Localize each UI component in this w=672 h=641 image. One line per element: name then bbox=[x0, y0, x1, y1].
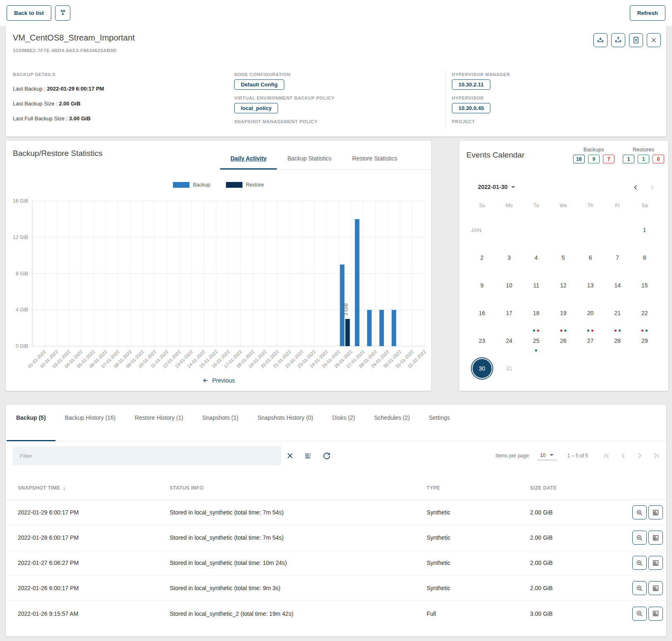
browse-snapshot-button[interactable] bbox=[632, 607, 647, 621]
table-row[interactable]: 2022-01-28 6:00:17 PM Stored in local_sy… bbox=[6, 525, 666, 550]
close-icon bbox=[650, 36, 658, 44]
calendar-day-11[interactable]: 11 bbox=[526, 275, 547, 296]
vm-title: VM_CentOS8_Stream_Important bbox=[13, 33, 135, 43]
calendar-day-23[interactable]: 23 bbox=[472, 330, 492, 351]
cell-actions bbox=[632, 556, 667, 570]
tab-daily-activity[interactable]: Daily Activity bbox=[220, 147, 277, 169]
file-recovery-button[interactable] bbox=[629, 33, 643, 47]
calendar-cell bbox=[604, 354, 631, 382]
calendar-next-button[interactable] bbox=[647, 182, 658, 193]
snapshot-report-button[interactable] bbox=[648, 556, 663, 570]
vm-action-buttons bbox=[593, 33, 661, 47]
calendar-day-26[interactable]: 26 bbox=[553, 330, 574, 351]
items-per-page-select[interactable]: 10 bbox=[538, 452, 557, 460]
tab-restore-history-1[interactable]: Restore History (1) bbox=[125, 405, 193, 441]
calendar-day-30[interactable]: 30 bbox=[472, 358, 492, 379]
table-row[interactable]: 2022-01-26 9:15:57 AM Stored in local_sy… bbox=[6, 601, 666, 626]
calendar-day-22[interactable]: 22 bbox=[634, 303, 655, 323]
cell-actions bbox=[632, 531, 667, 545]
first-page-button[interactable] bbox=[601, 451, 612, 461]
calendar-day-14[interactable]: 14 bbox=[607, 275, 628, 296]
column-header-status-info[interactable]: STATUS INFO bbox=[170, 485, 427, 491]
calendar-day-7[interactable]: 7 bbox=[607, 247, 628, 268]
calendar-day-15[interactable]: 15 bbox=[634, 275, 655, 296]
column-header-snapshot-time[interactable]: SNAPSHOT TIME↓ bbox=[18, 485, 170, 491]
next-page-button[interactable] bbox=[634, 451, 645, 461]
calendar-day-28[interactable]: 28 bbox=[607, 330, 628, 351]
calendar-day-5[interactable]: 5 bbox=[553, 247, 574, 268]
calendar-date-selector[interactable]: 2022-01-30 bbox=[478, 184, 515, 190]
browse-snapshot-button[interactable] bbox=[632, 556, 647, 570]
previous-period-button[interactable]: Previous bbox=[6, 377, 431, 384]
filter-input[interactable] bbox=[12, 453, 281, 459]
browse-snapshot-button[interactable] bbox=[632, 505, 647, 519]
cell-size: 2.00 GiB bbox=[530, 534, 632, 541]
remove-button[interactable] bbox=[647, 33, 661, 47]
backup-policy-chip[interactable]: local_policy bbox=[234, 103, 278, 113]
calendar-cell bbox=[577, 216, 604, 244]
calendar-day-29[interactable]: 29 bbox=[634, 330, 655, 351]
calendar-day-17[interactable]: 17 bbox=[499, 303, 519, 323]
calendar-day-19[interactable]: 19 bbox=[553, 303, 574, 323]
calendar-day-8[interactable]: 8 bbox=[634, 247, 655, 268]
calendar-day-6[interactable]: 6 bbox=[580, 247, 601, 268]
tab-backup-history-16[interactable]: Backup History (16) bbox=[55, 405, 125, 441]
calendar-day-20[interactable]: 20 bbox=[580, 303, 601, 323]
calendar-day-24[interactable]: 24 bbox=[499, 330, 519, 351]
clear-filter-button[interactable] bbox=[285, 450, 295, 461]
table-row[interactable]: 2022-01-27 6:06:27 PM Stored in local_sy… bbox=[6, 550, 666, 576]
calendar-day-16[interactable]: 16 bbox=[472, 303, 492, 323]
calendar-day-4[interactable]: 4 bbox=[526, 247, 547, 268]
collapse-panel-button[interactable] bbox=[55, 5, 70, 21]
calendar-day-12[interactable]: 12 bbox=[553, 275, 574, 296]
tab-restore-statistics[interactable]: Restore Statistics bbox=[342, 147, 408, 169]
browse-snapshot-icon bbox=[636, 534, 643, 542]
calendar-day-9[interactable]: 9 bbox=[472, 275, 492, 296]
tab-snapshots-history-0[interactable]: Snapshots History (0) bbox=[248, 405, 323, 441]
calendar-day-10[interactable]: 10 bbox=[499, 275, 519, 296]
calendar-day-25[interactable]: 25 bbox=[526, 330, 547, 351]
page-range-label: 1 – 5 of 5 bbox=[567, 453, 588, 459]
refresh-button[interactable]: Refresh bbox=[630, 5, 665, 21]
browse-snapshot-button[interactable] bbox=[632, 581, 647, 595]
sort-desc-icon[interactable]: ↓ bbox=[63, 485, 66, 491]
snapshot-report-button[interactable] bbox=[648, 505, 663, 519]
calendar-day-18[interactable]: 18 bbox=[526, 303, 547, 323]
column-options-button[interactable] bbox=[303, 450, 314, 461]
table-row[interactable]: 2022-01-26 6:00:17 PM Stored in local_sy… bbox=[6, 576, 666, 601]
backup-now-button[interactable] bbox=[593, 33, 607, 47]
calendar-day-2[interactable]: 2 bbox=[472, 247, 492, 268]
calendar-day-21[interactable]: 21 bbox=[607, 303, 628, 323]
tab-backup-5[interactable]: Backup (5) bbox=[7, 405, 55, 441]
back-to-list-button[interactable]: Back to list bbox=[7, 5, 51, 21]
cell-actions bbox=[632, 607, 667, 621]
snapshot-report-button[interactable] bbox=[648, 531, 663, 545]
column-header-type[interactable]: TYPE bbox=[427, 485, 530, 491]
node-config-chip[interactable]: Default Config bbox=[234, 79, 284, 90]
calendar-day-1[interactable]: 1 bbox=[634, 220, 655, 240]
left-arrow-icon bbox=[202, 377, 209, 384]
calendar-day-31[interactable]: 31 bbox=[499, 358, 519, 379]
snapshot-report-button[interactable] bbox=[648, 581, 663, 595]
calendar-day-3[interactable]: 3 bbox=[499, 247, 519, 268]
browse-snapshot-button[interactable] bbox=[632, 531, 647, 545]
calendar-day-13[interactable]: 13 bbox=[580, 275, 601, 296]
calendar-prev-button[interactable] bbox=[630, 182, 641, 193]
previous-page-button[interactable] bbox=[618, 451, 628, 461]
tab-disks-2[interactable]: Disks (2) bbox=[323, 405, 365, 441]
reload-table-button[interactable] bbox=[321, 450, 332, 461]
tab-backup-statistics[interactable]: Backup Statistics bbox=[277, 147, 342, 169]
tab-snapshots-1[interactable]: Snapshots (1) bbox=[193, 405, 248, 441]
last-page-button[interactable] bbox=[651, 451, 661, 461]
column-header-size-date[interactable]: SIZE DATE bbox=[530, 485, 632, 491]
calendar-day-27[interactable]: 27 bbox=[580, 330, 601, 351]
calendar-cell: 26 bbox=[550, 327, 577, 354]
hypervisor-manager-chip[interactable]: 10.30.2.11 bbox=[452, 79, 490, 90]
tab-settings[interactable]: Settings bbox=[419, 405, 459, 441]
report-icon bbox=[652, 509, 660, 517]
tab-schedules-2[interactable]: Schedules (2) bbox=[365, 405, 419, 441]
table-row[interactable]: 2022-01-29 6:00:17 PM Stored in local_sy… bbox=[6, 500, 666, 525]
restore-button[interactable] bbox=[611, 33, 625, 47]
hypervisor-chip[interactable]: 10.30.0.45 bbox=[452, 103, 490, 113]
snapshot-report-button[interactable] bbox=[648, 607, 663, 621]
